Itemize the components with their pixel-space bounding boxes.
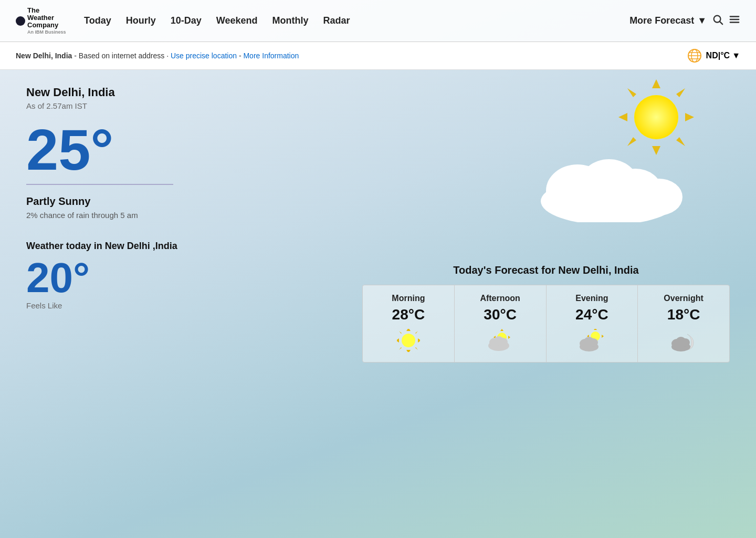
forecast-afternoon-temp: 30°C — [461, 306, 540, 323]
logo-line2: Weather — [27, 14, 66, 22]
forecast-overnight-label: Overnight — [644, 294, 723, 303]
forecast-afternoon: Afternoon 30°C — [455, 285, 547, 362]
svg-marker-16 — [676, 88, 685, 97]
as-of-label: As of 2.57am IST — [26, 101, 341, 110]
svg-marker-35 — [500, 329, 503, 331]
forecast-overnight-temp: 18°C — [644, 306, 723, 323]
main-nav: Today Hourly 10-Day Weekend Monthly Rada… — [84, 15, 629, 26]
svg-marker-29 — [418, 338, 420, 343]
rain-chance: 2% chance of rain through 5 am — [26, 211, 341, 220]
search-icon[interactable] — [712, 14, 723, 28]
location-text: New Delhi, India - Based on internet add… — [16, 51, 299, 60]
forecast-afternoon-label: Afternoon — [461, 294, 540, 303]
forecast-evening-label: Evening — [553, 294, 632, 303]
svg-point-57 — [680, 338, 690, 347]
svg-point-53 — [589, 338, 598, 347]
temp-divider — [26, 184, 173, 185]
precise-location-link[interactable]: Use precise location — [171, 51, 237, 60]
forecast-morning-icon — [369, 327, 448, 354]
svg-marker-30 — [399, 331, 402, 334]
forecast-evening-icon — [553, 327, 632, 354]
location-city: New Delhi, India — [16, 51, 72, 60]
svg-marker-45 — [594, 329, 597, 330]
location-sep2: · — [166, 51, 169, 60]
svg-marker-39 — [496, 331, 497, 333]
forecast-overnight: Overnight 18°C — [638, 285, 729, 362]
svg-marker-28 — [397, 338, 399, 343]
nav-monthly[interactable]: Monthly — [272, 15, 308, 26]
svg-line-1 — [720, 22, 722, 24]
menu-icon[interactable] — [729, 14, 740, 28]
svg-marker-33 — [399, 347, 402, 350]
more-info-link[interactable]: More Information — [243, 51, 299, 60]
svg-point-20 — [634, 95, 678, 139]
forecast-overnight-icon — [644, 327, 723, 354]
svg-marker-48 — [602, 335, 604, 338]
weather-condition: Partly Sunny — [26, 195, 341, 208]
nav-today[interactable]: Today — [84, 15, 111, 26]
logo-line1: The — [27, 7, 66, 14]
nav-10day[interactable]: 10-Day — [171, 15, 202, 26]
forecast-evening-temp: 24°C — [553, 306, 632, 323]
dropdown-arrow-icon: ▼ — [697, 15, 707, 26]
forecast-morning-temp: 28°C — [369, 306, 448, 323]
temp-unit-dropdown-arrow: ▼ — [732, 51, 740, 60]
forecast-grid: Morning 28°C — [362, 285, 730, 363]
svg-marker-38 — [508, 336, 510, 339]
left-panel: New Delhi, India As of 2.57am IST 25° Pa… — [26, 86, 341, 363]
temp-unit-selector[interactable]: ND|°C ▼ — [706, 51, 740, 60]
nav-right: More Forecast ▼ — [629, 14, 740, 28]
forecast-title: Today's Forecast for New Delhi, India — [362, 264, 730, 276]
svg-marker-26 — [406, 329, 411, 331]
location-bar: New Delhi, India - Based on internet add… — [0, 42, 756, 70]
svg-point-34 — [402, 334, 415, 347]
nav-hourly[interactable]: Hourly — [126, 15, 156, 26]
temp-unit-label: ND|°C — [706, 51, 730, 60]
forecast-morning: Morning 28°C — [363, 285, 455, 362]
svg-marker-12 — [618, 113, 627, 121]
svg-point-25 — [635, 179, 682, 215]
location-notice: Based on internet address — [79, 51, 164, 60]
svg-marker-15 — [676, 137, 685, 146]
sun-illustration — [614, 75, 698, 159]
globe-icon — [687, 48, 702, 63]
city-name: New Delhi, India — [26, 86, 341, 99]
svg-point-44 — [498, 338, 508, 346]
svg-marker-17 — [627, 137, 636, 146]
forecast-afternoon-icon — [461, 327, 540, 354]
main-header: The Weather Company An IBM Business Toda… — [0, 0, 756, 42]
more-forecast-btn[interactable]: More Forecast ▼ — [629, 15, 707, 26]
current-temperature: 25° — [26, 121, 341, 179]
location-separator: - — [74, 51, 77, 60]
logo-line3: Company — [27, 22, 66, 29]
today-section-title: Weather today in New Delhi ,India — [26, 241, 341, 252]
svg-marker-14 — [627, 88, 636, 97]
svg-marker-10 — [652, 79, 660, 88]
svg-marker-32 — [415, 331, 418, 334]
main-content: New Delhi, India As of 2.57am IST 25° Pa… — [0, 70, 756, 378]
forecast-evening: Evening 24°C — [547, 285, 638, 362]
svg-marker-31 — [415, 347, 418, 350]
location-right: ND|°C ▼ — [687, 48, 740, 63]
logo-sub: An IBM Business — [27, 29, 66, 35]
right-panel: Today's Forecast for New Delhi, India Mo… — [352, 86, 730, 363]
forecast-morning-label: Morning — [369, 294, 448, 303]
logo-icon — [16, 16, 25, 26]
logo[interactable]: The Weather Company An IBM Business — [16, 7, 68, 35]
nav-radar[interactable]: Radar — [323, 15, 350, 26]
feels-like-label: Feels Like — [26, 301, 341, 310]
forecast-section: Today's Forecast for New Delhi, India Mo… — [362, 264, 730, 363]
feels-like-temperature: 20° — [26, 257, 341, 299]
weather-illustration — [530, 75, 709, 222]
nav-weekend[interactable]: Weekend — [216, 15, 258, 26]
svg-marker-27 — [406, 350, 411, 352]
svg-marker-13 — [685, 113, 694, 121]
cloud-illustration — [530, 149, 688, 222]
